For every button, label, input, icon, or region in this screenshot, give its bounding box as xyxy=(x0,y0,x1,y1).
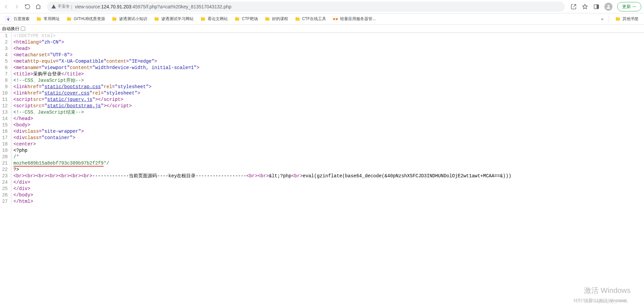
svg-point-3 xyxy=(633,6,634,7)
source-line: </body> xyxy=(13,192,511,198)
bookmark-item[interactable]: CTF靶场 xyxy=(232,15,260,23)
svg-rect-12 xyxy=(335,19,336,19)
folder-icon xyxy=(295,16,300,22)
source-line: </html> xyxy=(13,198,511,205)
source-line: <body> xyxy=(13,122,511,128)
bookmark-item[interactable]: 渗透测试小知识 xyxy=(109,15,150,23)
browser-toolbar: 不安全 | view-source:124.70.91.203:45975/f.… xyxy=(0,0,644,13)
source-line: <meta charset="UTF-8"> xyxy=(13,52,511,58)
svg-point-4 xyxy=(634,6,635,7)
bookmark-item[interactable]: CTF在线工具 xyxy=(292,15,329,23)
bookmark-label: 轻量应用服务器管... xyxy=(340,16,376,22)
source-line: <script src="static/bootstrap.js"></scri… xyxy=(13,103,511,109)
svg-point-9 xyxy=(7,19,7,19)
bookmark-label: CTF靶场 xyxy=(242,16,258,22)
source-line: <meta name="viewport" content="width=dev… xyxy=(13,65,511,71)
bookmark-item[interactable]: 渗透测试学习网站 xyxy=(151,15,196,23)
address-bar[interactable]: 不安全 | view-source:124.70.91.203:45975/f.… xyxy=(47,2,565,12)
source-line: ?> xyxy=(13,167,511,173)
nav-buttons xyxy=(3,3,42,10)
bookmark-label: GITHUB优质资源 xyxy=(74,16,105,22)
security-warning[interactable]: 不安全 | xyxy=(51,4,72,9)
source-view: 1234567891011121314151617181920212223242… xyxy=(0,33,644,205)
bookmark-other[interactable]: 其他书签 xyxy=(612,15,641,23)
source-line: <link href="static/bootstrap.css" rel="s… xyxy=(13,84,511,90)
autowrap-row: 自动换行 xyxy=(0,25,644,33)
source-code: <!DOCTYPE html><html lang="zh-CN"><head>… xyxy=(11,33,511,205)
folder-icon xyxy=(265,16,270,22)
share-icon[interactable] xyxy=(570,3,577,10)
source-line: <meta http-equiv="X-UA-Compatible" conte… xyxy=(13,58,511,65)
folder-icon xyxy=(200,16,206,22)
bookmark-label: 好的课程 xyxy=(272,16,288,22)
source-line: </div> xyxy=(13,186,511,192)
folder-icon xyxy=(36,16,42,22)
svg-point-8 xyxy=(9,18,9,18)
bookmark-label: 渗透测试学习网站 xyxy=(161,16,194,22)
source-link[interactable]: static/bootstrap.css xyxy=(44,84,101,90)
star-icon[interactable] xyxy=(582,3,588,10)
autowrap-label: 自动换行 xyxy=(2,26,19,32)
forward-icon[interactable] xyxy=(13,3,20,10)
bookmark-item[interactable]: 常用网址 xyxy=(34,15,62,23)
source-line: <!--CSS、JavaScript开始--> xyxy=(13,77,511,84)
source-line: <!--CSS、JavaScript结束--> xyxy=(13,109,511,116)
bookmark-overflow[interactable]: » xyxy=(599,16,605,21)
url-text: view-source:124.70.91.203:45975/f.php?a=… xyxy=(75,4,561,9)
source-line: mozhe689b15a8ebf793c309b97b2f2f9*/ xyxy=(13,160,511,167)
profile-avatar-icon[interactable] xyxy=(604,3,612,11)
source-line: <head> xyxy=(13,46,511,52)
svg-point-5 xyxy=(635,6,636,7)
source-link[interactable]: static/jquery.js xyxy=(47,97,92,103)
bookmark-label: 看论文网站 xyxy=(208,16,228,22)
baidu-icon xyxy=(5,16,11,22)
source-link[interactable]: static/cover.css xyxy=(44,90,89,97)
folder-icon xyxy=(112,16,117,22)
svg-point-2 xyxy=(607,5,609,6)
toolbar-right: 更新 xyxy=(570,2,641,11)
bookmark-item[interactable]: 看论文网站 xyxy=(198,15,230,23)
bookmark-item[interactable]: 轻量应用服务器管... xyxy=(330,15,378,23)
back-icon[interactable] xyxy=(3,3,9,10)
svg-point-7 xyxy=(8,17,9,18)
bookmark-label: 常用网址 xyxy=(44,16,60,22)
folder-icon xyxy=(234,16,240,22)
bookmark-separator xyxy=(609,16,609,22)
svg-rect-1 xyxy=(597,5,599,9)
svg-rect-10 xyxy=(333,18,335,20)
bookmark-item[interactable]: 好的课程 xyxy=(262,15,291,23)
source-line: <?php xyxy=(13,147,511,154)
folder-icon xyxy=(66,16,72,22)
reload-icon[interactable] xyxy=(24,3,31,10)
bookmarks-bar: 百度搜索常用网址GITHUB优质资源渗透测试小知识渗透测试学习网站看论文网站CT… xyxy=(0,13,644,25)
bookmark-item[interactable]: 百度搜索 xyxy=(3,15,32,23)
source-line: <!DOCTYPE html> xyxy=(13,33,511,39)
source-line: </head> xyxy=(13,116,511,122)
svg-point-6 xyxy=(7,18,8,18)
aliyun-icon xyxy=(333,16,338,22)
source-line: <html lang="zh-CN"> xyxy=(13,39,511,46)
bookmark-item[interactable]: GITHUB优质资源 xyxy=(64,15,108,23)
line-gutter: 1234567891011121314151617181920212223242… xyxy=(0,33,11,205)
source-line: </div> xyxy=(13,179,511,186)
folder-icon xyxy=(154,16,159,22)
source-line: <script src="static/jquery.js"></script> xyxy=(13,97,511,103)
update-label: 更新 xyxy=(622,4,631,10)
source-line: /* xyxy=(13,154,511,160)
source-line: <div class="container"> xyxy=(13,135,511,141)
svg-rect-11 xyxy=(336,18,338,20)
source-line: <div class="site-wrapper"> xyxy=(13,128,511,135)
source-line: <center> xyxy=(13,141,511,147)
bookmark-label: 其他书签 xyxy=(623,16,639,22)
bookmark-label: 百度搜索 xyxy=(13,16,30,22)
autowrap-checkbox[interactable] xyxy=(21,26,25,31)
bookmark-label: 渗透测试小知识 xyxy=(119,16,147,22)
source-line: <link href="static/cover.css" rel="style… xyxy=(13,90,511,97)
home-icon[interactable] xyxy=(35,3,42,10)
source-line: <br><br><br><br><br><br><br>------------… xyxy=(13,173,511,179)
update-button[interactable]: 更新 xyxy=(617,2,641,11)
side-panel-icon[interactable] xyxy=(593,3,600,10)
bookmark-label: CTF在线工具 xyxy=(302,16,326,22)
source-line: <title>采购平台登录</title> xyxy=(13,71,511,77)
source-link[interactable]: static/bootstrap.js xyxy=(47,103,101,109)
